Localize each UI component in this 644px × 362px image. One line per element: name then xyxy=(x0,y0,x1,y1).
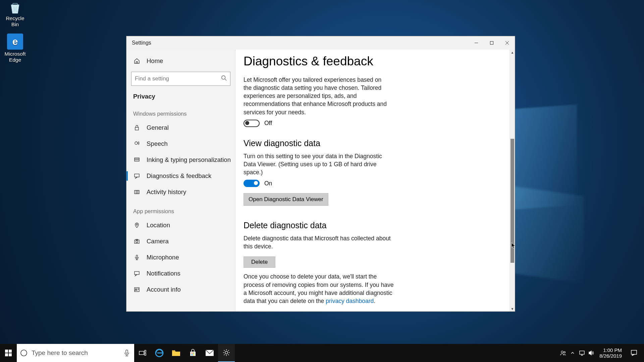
svg-rect-8 xyxy=(135,158,139,161)
sidebar-item-label: Microphone xyxy=(147,254,179,261)
tailored-experiences-description: Let Microsoft offer you tailored experie… xyxy=(244,76,391,116)
vertical-scrollbar[interactable]: ▲ ▼ xyxy=(509,50,515,311)
windows-logo-icon xyxy=(5,350,12,356)
home-icon xyxy=(133,58,141,64)
svg-rect-38 xyxy=(192,354,193,355)
sidebar-home[interactable]: Home xyxy=(126,53,235,69)
svg-rect-31 xyxy=(139,351,144,355)
svg-line-5 xyxy=(225,79,227,81)
taskbar-app-mail[interactable] xyxy=(201,344,218,362)
task-view-icon xyxy=(139,350,146,356)
svg-rect-32 xyxy=(145,350,146,352)
svg-rect-27 xyxy=(5,353,8,356)
toggle-switch-off[interactable] xyxy=(244,120,260,127)
sidebar-group-windows-permissions: Windows permissions xyxy=(126,103,235,120)
tray-network-icon[interactable] xyxy=(578,350,586,356)
svg-point-29 xyxy=(21,350,27,356)
account-icon xyxy=(133,287,141,293)
notification-icon xyxy=(631,350,637,356)
sidebar-item-label: Diagnostics & feedback xyxy=(147,172,211,180)
close-button[interactable] xyxy=(499,36,515,50)
scroll-down-arrow[interactable]: ▼ xyxy=(510,306,515,311)
folder-icon xyxy=(172,349,180,357)
search-icon xyxy=(221,75,227,81)
maximize-button[interactable] xyxy=(484,36,499,50)
taskbar-search-placeholder: Type here to search xyxy=(32,349,88,357)
svg-rect-14 xyxy=(138,190,139,194)
svg-rect-39 xyxy=(193,354,194,355)
delete-diagnostic-note: Once you choose to delete your data, we'… xyxy=(244,273,398,305)
sidebar-item-activity-history[interactable]: Activity history xyxy=(126,184,235,200)
inking-icon xyxy=(133,157,141,163)
sidebar-category-label: Privacy xyxy=(133,93,155,100)
tailored-experiences-toggle[interactable]: Off xyxy=(244,120,500,127)
edge-icon xyxy=(155,349,164,357)
svg-rect-26 xyxy=(9,350,12,353)
notifications-icon xyxy=(133,270,141,277)
sidebar-item-notifications[interactable]: Notifications xyxy=(126,265,235,282)
taskbar: Type here to search 1:00 PM 8/26/2019 xyxy=(0,344,644,362)
page-title: Diagnostics & feedback xyxy=(244,54,500,68)
toggle-state-label: On xyxy=(264,180,272,187)
sidebar-item-label: Activity history xyxy=(147,188,186,196)
titlebar[interactable]: Settings xyxy=(126,36,515,50)
toggle-switch-on[interactable] xyxy=(244,180,260,187)
taskbar-app-edge[interactable] xyxy=(151,344,168,362)
sidebar-item-label: Inking & typing personalization xyxy=(147,156,231,164)
taskbar-app-file-explorer[interactable] xyxy=(168,344,184,362)
svg-rect-13 xyxy=(136,190,138,194)
taskbar-clock[interactable]: 1:00 PM 8/26/2019 xyxy=(597,347,625,359)
sidebar-item-inking[interactable]: Inking & typing personalization xyxy=(126,152,235,168)
scrollbar-track[interactable] xyxy=(510,55,515,306)
clock-date: 8/26/2019 xyxy=(599,353,622,359)
sidebar-item-camera[interactable]: Camera xyxy=(126,233,235,249)
privacy-dashboard-link[interactable]: privacy dashboard xyxy=(326,298,374,304)
location-icon xyxy=(133,222,141,228)
microphone-icon[interactable] xyxy=(124,350,129,356)
taskbar-app-store[interactable] xyxy=(184,344,201,362)
tray-chevron-up-icon[interactable] xyxy=(569,351,577,355)
minimize-button[interactable] xyxy=(469,36,484,50)
desktop-icon-label: Recycle Bin xyxy=(2,15,28,27)
feedback-icon xyxy=(133,173,141,179)
open-diagnostic-data-viewer-button[interactable]: Open Diagnostic Data Viewer xyxy=(244,193,328,206)
svg-rect-36 xyxy=(192,353,193,354)
find-setting-input[interactable] xyxy=(131,72,230,86)
svg-point-15 xyxy=(136,224,138,225)
sidebar-category-privacy[interactable]: Privacy xyxy=(126,90,235,103)
svg-rect-20 xyxy=(135,272,139,275)
svg-point-41 xyxy=(225,351,228,354)
svg-rect-44 xyxy=(580,351,584,354)
svg-rect-11 xyxy=(135,174,139,177)
sidebar-item-general[interactable]: General xyxy=(126,120,235,136)
svg-rect-19 xyxy=(136,255,138,258)
store-icon xyxy=(189,349,197,357)
recycle-bin-icon xyxy=(6,1,24,15)
toggle-state-label: Off xyxy=(264,120,272,127)
sidebar-item-account-info[interactable]: Account info xyxy=(126,282,235,298)
history-icon xyxy=(133,189,141,195)
svg-rect-30 xyxy=(126,350,128,353)
scroll-up-arrow[interactable]: ▲ xyxy=(510,50,515,55)
start-button[interactable] xyxy=(0,344,17,362)
window-title: Settings xyxy=(126,40,469,46)
sidebar-item-speech[interactable]: Speech xyxy=(126,136,235,152)
taskbar-app-settings[interactable] xyxy=(218,344,235,362)
tray-people-icon[interactable] xyxy=(559,350,567,356)
svg-rect-37 xyxy=(193,353,194,354)
tray-volume-icon[interactable] xyxy=(587,350,595,356)
sidebar-item-microphone[interactable]: Microphone xyxy=(126,249,235,265)
sidebar-item-label: Account info xyxy=(147,286,181,293)
company-device-note: If this is a company-owned device, your … xyxy=(244,311,391,311)
view-diagnostic-toggle[interactable]: On xyxy=(244,180,500,187)
svg-rect-35 xyxy=(172,350,175,352)
task-view-button[interactable] xyxy=(134,344,151,362)
sidebar-item-diagnostics[interactable]: Diagnostics & feedback xyxy=(126,168,235,184)
action-center-button[interactable] xyxy=(626,350,642,356)
desktop-icon-recycle-bin[interactable]: Recycle Bin xyxy=(2,1,28,27)
desktop-icon-microsoft-edge[interactable]: e Microsoft Edge xyxy=(2,34,28,63)
sidebar-group-app-permissions: App permissions xyxy=(126,200,235,217)
sidebar-item-location[interactable]: Location xyxy=(126,217,235,233)
delete-button[interactable]: Delete xyxy=(244,256,275,268)
taskbar-search[interactable]: Type here to search xyxy=(17,344,134,362)
